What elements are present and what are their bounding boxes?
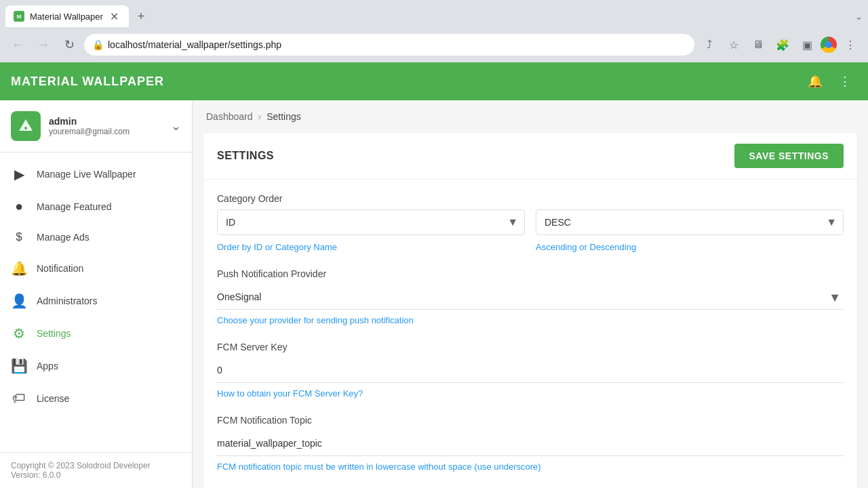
app-body: admin youremail@gmail.com ⌄ ▶ Manage Liv… [0,100,868,488]
new-tab-button[interactable]: + [132,7,151,26]
category-hints-row: Order by ID or Category Name Ascending o… [217,239,844,252]
category-order-row: ID Category Name ▼ DESC [217,209,844,235]
reload-button[interactable]: ↻ [58,34,80,56]
forward-button[interactable]: → [33,34,54,56]
fcm-server-key-hint[interactable]: How to obtain your FCM Server Key? [217,388,844,399]
nav-label: Apps [37,361,181,371]
fcm-server-key-section: FCM Server Key How to obtain your FCM Se… [217,342,844,399]
gear-icon: ⚙ [11,325,27,342]
tag-icon: 🏷 [11,390,27,406]
order-hint[interactable]: Order by ID or Category Name [217,242,525,252]
sidebar-button[interactable]: ▣ [796,34,818,56]
tab-strip-chevron[interactable]: ⌄ [855,12,863,22]
settings-body: Category Order ID Category Name ▼ [203,180,857,488]
category-order-section: Category Order ID Category Name ▼ [217,193,844,252]
direction-field-group: DESC ASC ▼ [536,209,844,235]
provider-select-wrapper: OneSignal FCM ▼ [217,285,844,310]
sidebar-item-manage-ads[interactable]: $ Manage Ads [0,222,192,252]
category-order-select[interactable]: ID Category Name [217,209,525,235]
settings-card-header: SETTINGS SAVE SETTINGS [203,133,857,180]
save-settings-button[interactable]: SAVE SETTINGS [734,144,844,168]
settings-card: SETTINGS SAVE SETTINGS Category Order ID [203,133,857,488]
settings-title: SETTINGS [217,150,274,162]
tab-title: Material Wallpaper [30,12,103,22]
browser-chrome: M Material Wallpaper ✕ + ⌄ ← → ↻ 🔒 local… [0,0,868,62]
bell-icon: 🔔 [11,260,27,277]
main-content: Dashboard › Settings SETTINGS SAVE SETTI… [193,100,868,488]
breadcrumb: Dashboard › Settings [193,100,868,133]
tab-end-controls: ⌄ [855,12,863,22]
sidebar: admin youremail@gmail.com ⌄ ▶ Manage Liv… [0,100,193,488]
chrome-profile-icon[interactable] [821,37,837,53]
copyright-text: Copyright © 2023 Solodroid Developer [11,461,181,470]
direction-hint-group: Ascending or Descending [536,239,844,252]
order-hint-group: Order by ID or Category Name [217,239,525,252]
more-options-button[interactable]: ⋮ [833,69,857,94]
back-button[interactable]: ← [7,34,28,56]
order-select-wrapper: ID Category Name ▼ [217,209,525,235]
user-expand-button[interactable]: ⌄ [171,119,181,134]
nav-label: Notification [37,263,181,274]
sidebar-item-notification[interactable]: 🔔 Notification [0,252,192,285]
tab-bar: M Material Wallpaper ✕ + ⌄ [0,0,868,27]
sidebar-nav: ▶ Manage Live Wallpaper ● Manage Feature… [0,152,192,452]
lock-icon: 🔒 [92,39,104,50]
nav-actions: ⤴ ☆ 🖥 🧩 ▣ ⋮ [698,34,861,56]
share-button[interactable]: ⤴ [698,34,720,56]
breadcrumb-dashboard[interactable]: Dashboard [206,111,253,122]
user-name: admin [49,116,163,127]
svg-point-0 [24,127,27,129]
play-icon: ▶ [11,166,27,182]
bookmark-button[interactable]: ☆ [723,34,745,56]
nav-label: Manage Live Wallpaper [37,169,181,180]
url-text: localhost/material_wallpaper/settings.ph… [108,39,686,50]
tab-close-button[interactable]: ✕ [108,10,121,22]
tab-favicon: M [14,11,24,22]
app-title: MATERIAL WALLPAPER [11,75,803,89]
more-button[interactable]: ⋮ [840,34,861,56]
fcm-notification-topic-label: FCM Notification Topic [217,415,844,426]
category-direction-select[interactable]: DESC ASC [536,209,844,235]
order-field-group: ID Category Name ▼ [217,209,525,235]
sidebar-item-manage-featured[interactable]: ● Manage Featured [0,190,192,222]
person-icon: 👤 [11,293,27,309]
nav-label: Manage Featured [37,201,181,212]
sidebar-item-manage-live-wallpaper[interactable]: ▶ Manage Live Wallpaper [0,158,192,190]
header-actions: 🔔 ⋮ [803,69,857,94]
desktop-button[interactable]: 🖥 [747,34,769,56]
sidebar-item-administrators[interactable]: 👤 Administrators [0,285,192,317]
nav-label: License [37,393,181,404]
fcm-server-key-input[interactable] [217,358,844,383]
app-header: MATERIAL WALLPAPER 🔔 ⋮ [0,62,868,100]
provider-select[interactable]: OneSignal FCM [217,285,844,310]
breadcrumb-separator: › [258,111,262,122]
dollar-icon: $ [11,230,27,244]
app-container: MATERIAL WALLPAPER 🔔 ⋮ admin youremail@g… [0,62,868,488]
user-email: youremail@gmail.com [49,127,163,136]
sidebar-item-license[interactable]: 🏷 License [0,382,192,414]
user-avatar [11,111,41,141]
circle-icon: ● [11,199,27,214]
fcm-notification-topic-section: FCM Notification Topic FCM notification … [217,415,844,472]
notification-button[interactable]: 🔔 [803,69,827,94]
browser-tab[interactable]: M Material Wallpaper ✕ [5,5,129,27]
provider-hint[interactable]: Choose your provider for sending push no… [217,315,844,325]
address-bar[interactable]: 🔒 localhost/material_wallpaper/settings.… [84,34,694,56]
sidebar-item-settings[interactable]: ⚙ Settings [0,317,192,350]
sidebar-footer: Copyright © 2023 Solodroid Developer Ver… [0,452,192,488]
fcm-server-key-label: FCM Server Key [217,342,844,352]
push-notification-label: Push Notification Provider [217,268,844,279]
fcm-notification-topic-hint[interactable]: FCM notification topic must be written i… [217,462,844,472]
direction-hint[interactable]: Ascending or Descending [536,242,844,252]
nav-label: Administrators [37,296,181,306]
extensions-button[interactable]: 🧩 [772,34,793,56]
apps-icon: 💾 [11,358,27,374]
version-text: Version: 6.0.0 [11,470,181,480]
push-notification-section: Push Notification Provider OneSignal FCM… [217,268,844,325]
sidebar-item-apps[interactable]: 💾 Apps [0,350,192,382]
fcm-notification-topic-input[interactable] [217,431,844,456]
sidebar-user: admin youremail@gmail.com ⌄ [0,100,192,152]
nav-label: Settings [37,328,181,339]
breadcrumb-current: Settings [267,111,301,122]
category-order-label: Category Order [217,193,844,204]
